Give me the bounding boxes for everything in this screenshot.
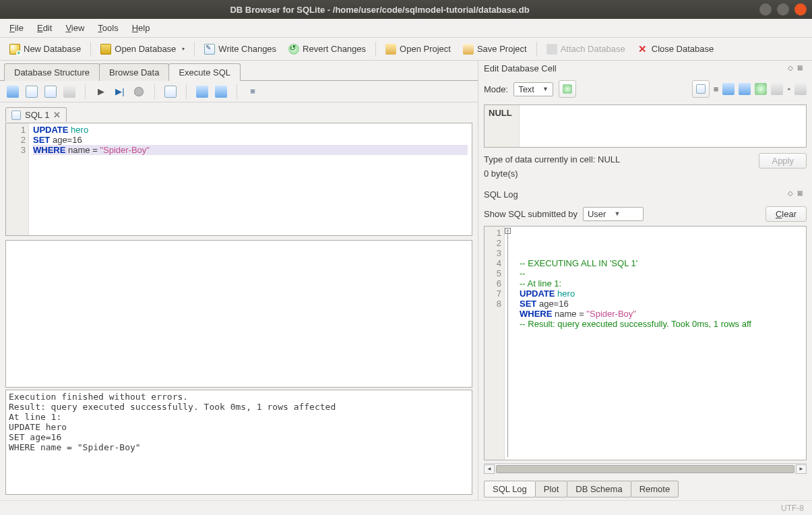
tab-remote[interactable]: Remote [631,481,679,497]
cell-editor[interactable]: NULL [484,104,807,148]
tab-db-schema[interactable]: DB Schema [567,481,631,497]
import-icon[interactable] [722,83,735,95]
horizontal-scrollbar[interactable]: ◄ ► [484,463,807,474]
main-tabs: Database Structure Browse Data Execute S… [0,61,478,81]
sql-log-header: SQL Log ◇ ⊠ [478,187,812,202]
document-icon [11,111,21,120]
run-line-icon[interactable]: ▶| [114,86,126,98]
window-close-button[interactable] [794,3,807,16]
attach-database-button[interactable]: Attach Database [541,42,631,57]
tab-plot[interactable]: Plot [535,481,567,497]
window-maximize-button[interactable] [777,3,789,16]
open-project-button[interactable]: Open Project [380,42,456,57]
log-gutter: 12345678 [485,226,505,460]
cell-text-area[interactable] [520,105,806,147]
sql-tabs: SQL 1 ✕ [0,102,478,123]
submitter-select[interactable]: User▼ [583,207,644,221]
null-icon[interactable] [755,83,767,95]
window-title: DB Browser for SQLite - /home/user/code/… [5,5,754,15]
menu-file[interactable]: File [4,22,29,34]
menu-bar: File Edit View Tools Help [0,19,812,38]
save-icon [463,44,474,55]
auto-switch-button[interactable] [559,80,576,98]
cell-info: Type of data currently in cell: NULL 0 b… [484,153,759,181]
sql-log-editor[interactable]: 12345678 − -- EXECUTING ALL IN 'SQL 1'--… [484,226,807,460]
chevron-down-icon: ▼ [542,86,549,92]
revert-changes-button[interactable]: Revert Changes [283,42,371,57]
sql-toolbar: ▶ ▶| ≡ [0,81,478,102]
dot-icon[interactable]: • [787,84,790,94]
show-label: Show SQL submitted by [484,209,577,219]
menu-tools[interactable]: Tools [92,22,123,34]
sql-log-controls: Show SQL submitted by User▼ Clear [478,202,812,226]
undock-icon[interactable]: ◇ [788,64,797,73]
null-label: NULL [485,105,520,147]
clear-button[interactable]: Clear [766,206,807,222]
chevron-down-icon: ▾ [182,46,185,52]
new-database-button[interactable]: New Database [4,42,86,57]
close-panel-icon[interactable]: ⊠ [797,64,807,73]
close-tab-icon[interactable]: ✕ [53,110,61,120]
close-x-icon: ✕ [637,44,648,55]
export-icon[interactable] [739,83,751,95]
result-log[interactable]: Execution finished without errors. Resul… [5,390,472,495]
folder-open-icon [385,44,396,55]
close-database-button[interactable]: ✕Close Database [632,42,720,57]
new-tab-icon[interactable] [7,86,19,98]
tab-browse-data[interactable]: Browse Data [99,63,169,81]
open-database-button[interactable]: Open Database▾ [95,42,190,57]
scroll-thumb[interactable] [496,465,794,473]
scroll-right-icon[interactable]: ► [796,464,807,474]
sql-tab-1[interactable]: SQL 1 ✕ [5,107,67,122]
write-changes-button[interactable]: Write Changes [199,42,282,57]
database-new-icon [9,44,20,55]
find-icon[interactable] [196,86,208,98]
attach-icon [546,44,557,55]
revert-icon [288,44,299,55]
print-icon[interactable] [794,83,807,95]
tab-sql-log[interactable]: SQL Log [484,481,536,497]
result-grid[interactable] [5,240,472,388]
main-toolbar: New Database Open Database▾ Write Change… [0,38,812,61]
window-titlebar: DB Browser for SQLite - /home/user/code/… [0,0,812,19]
save-result-icon[interactable] [164,86,177,98]
document-icon [696,84,706,94]
menu-help[interactable]: Help [127,22,156,34]
edit-cell-header: Edit Database Cell ◇ ⊠ [478,61,812,76]
menu-view[interactable]: View [60,22,90,34]
tab-database-structure[interactable]: Database Structure [4,63,100,81]
print-icon[interactable] [63,86,75,98]
bottom-tabs: SQL Log Plot DB Schema Remote [478,478,812,500]
log-code: − -- EXECUTING ALL IN 'SQL 1'---- At lin… [505,226,806,460]
write-icon [204,44,215,55]
undock-icon[interactable]: ◇ [788,189,797,199]
open-sql-icon[interactable] [26,86,38,98]
find-replace-icon[interactable] [215,86,227,98]
sql-editor[interactable]: 1 2 3 UPDATE heroSET age=16WHERE name = … [5,123,472,236]
indent-icon[interactable]: ≡ [247,86,259,98]
editor-gutter: 1 2 3 [6,123,29,235]
indent-icon[interactable]: ≡ [714,84,719,94]
tool-icon[interactable] [771,83,783,95]
database-open-icon [100,44,111,55]
auto-icon [563,84,572,94]
mode-label: Mode: [484,84,508,94]
stop-icon[interactable] [133,86,145,98]
chevron-down-icon: ▼ [614,210,620,217]
tab-execute-sql[interactable]: Execute SQL [168,63,241,81]
run-icon[interactable]: ▶ [95,86,107,98]
mode-row: Mode: Text▼ ≡ • [478,76,812,102]
menu-edit[interactable]: Edit [32,22,57,34]
status-bar: UTF-8 [0,500,812,515]
window-minimize-button[interactable] [759,3,772,16]
text-format-button[interactable] [692,80,710,98]
editor-code[interactable]: UPDATE heroSET age=16WHERE name = "Spide… [29,123,472,235]
save-project-button[interactable]: Save Project [458,42,532,57]
scroll-left-icon[interactable]: ◄ [484,464,495,474]
close-panel-icon[interactable]: ⊠ [797,189,807,199]
save-sql-icon[interactable] [44,86,57,98]
mode-select[interactable]: Text▼ [513,82,553,96]
apply-button[interactable]: Apply [759,153,807,169]
encoding-label: UTF-8 [781,504,804,513]
